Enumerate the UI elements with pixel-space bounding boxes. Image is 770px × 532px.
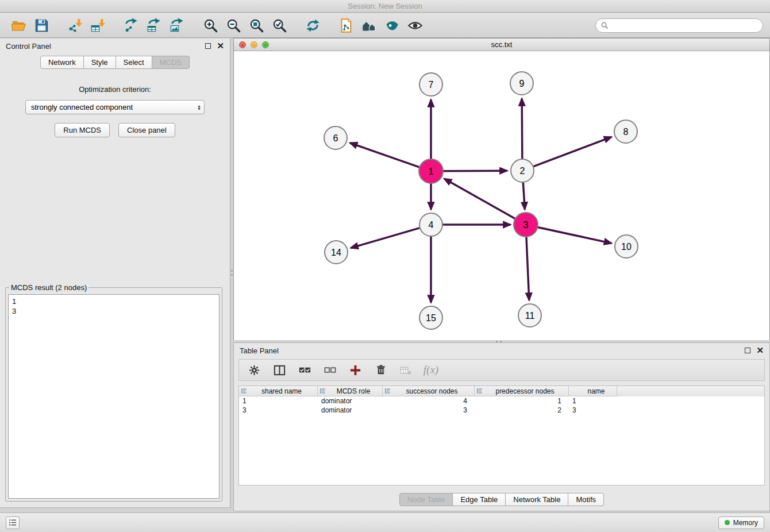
mcds-result-box[interactable]: 13 [8, 294, 220, 499]
open-session-icon[interactable] [7, 16, 30, 35]
save-session-icon[interactable] [30, 16, 53, 35]
tab-network[interactable]: Network [40, 56, 84, 69]
close-window-icon[interactable]: × [239, 41, 246, 48]
zoom-selected-icon[interactable] [268, 16, 291, 35]
graph-node-4[interactable]: 4 [419, 213, 442, 236]
table-header: shared name MCDS role successor nodes pr… [239, 386, 764, 396]
table-cell[interactable]: dominator [318, 406, 383, 415]
table-cell[interactable]: 1 [569, 396, 617, 406]
table-cell[interactable]: dominator [318, 396, 383, 406]
table-row[interactable]: 3dominator323 [239, 406, 764, 415]
table-cell[interactable]: 1 [475, 396, 569, 406]
graph-edge-2-8[interactable] [534, 137, 612, 166]
search-box[interactable] [595, 18, 763, 33]
graph-node-2[interactable]: 2 [511, 159, 534, 182]
table-cell[interactable]: 3 [383, 406, 475, 415]
mcds-result-line: 1 [12, 296, 215, 306]
svg-text:3: 3 [523, 220, 529, 230]
table-row[interactable]: 1dominator411 [239, 396, 764, 406]
graph-edge-3-10[interactable] [538, 227, 612, 243]
table-cell[interactable]: 2 [475, 406, 569, 415]
control-panel-tabs: Network Style Select MCDS [0, 56, 230, 69]
column-layout-icon[interactable] [272, 363, 286, 377]
column-header-successor-nodes[interactable]: successor nodes [383, 386, 475, 396]
export-network-icon[interactable] [120, 16, 143, 35]
zoom-window-icon[interactable]: + [262, 41, 269, 48]
graph-edge-2-3[interactable] [523, 183, 525, 210]
graph-node-11[interactable]: 11 [518, 304, 541, 327]
sort-icon [319, 388, 326, 394]
graph-node-1[interactable]: 1 [419, 159, 443, 183]
mcds-result-line: 3 [12, 306, 215, 316]
tab-motifs[interactable]: Motifs [568, 493, 604, 506]
delete-column-icon[interactable] [374, 363, 387, 377]
tab-mcds[interactable]: MCDS [152, 56, 190, 69]
float-panel-icon[interactable] [205, 43, 211, 49]
tab-style[interactable]: Style [84, 56, 116, 69]
close-table-panel-icon[interactable]: ✕ [756, 348, 764, 353]
close-panel-button[interactable]: Close panel [118, 123, 175, 137]
svg-text:1: 1 [429, 167, 434, 176]
tab-select[interactable]: Select [116, 56, 152, 69]
column-header-predecessor-nodes[interactable]: predecessor nodes [475, 386, 569, 396]
table-body: 1dominator4113dominator323 [239, 396, 764, 415]
table-cell[interactable]: 3 [239, 406, 318, 415]
table-cell[interactable]: 1 [239, 396, 318, 406]
vertical-splitter[interactable] [230, 265, 234, 280]
apply-layout-icon[interactable] [301, 16, 324, 35]
search-input[interactable] [611, 21, 757, 30]
graph-edge-4-14[interactable] [351, 228, 419, 248]
task-list-icon[interactable] [6, 516, 20, 529]
first-neighbors-icon[interactable] [334, 16, 357, 35]
tab-node-table[interactable]: Node Table [399, 493, 453, 506]
sort-icon [384, 388, 391, 394]
zoom-out-icon[interactable] [222, 16, 245, 35]
deselect-all-icon[interactable] [323, 363, 337, 377]
memory-button[interactable]: Memory [718, 516, 764, 529]
annotations-icon[interactable] [380, 16, 403, 35]
graph-node-10[interactable]: 10 [615, 235, 638, 258]
export-image-icon[interactable] [165, 16, 188, 35]
graph-node-9[interactable]: 9 [510, 72, 533, 95]
graph-edge-3-11[interactable] [526, 237, 529, 300]
criterion-select[interactable]: strongly connected component ▲▼ [25, 100, 205, 114]
birds-eye-view-icon[interactable] [403, 16, 426, 35]
window-title: Session: New Session [348, 2, 422, 10]
column-header-name[interactable]: name [569, 386, 617, 396]
add-column-icon[interactable] [348, 363, 362, 377]
tab-network-table[interactable]: Network Table [506, 493, 568, 506]
import-table-icon[interactable] [86, 16, 109, 35]
graph-node-15[interactable]: 15 [419, 306, 442, 329]
import-network-icon[interactable] [63, 16, 86, 35]
column-header-mcds-role[interactable]: MCDS role [318, 386, 383, 396]
graph-edge-3-1[interactable] [444, 179, 515, 219]
minimize-window-icon[interactable]: − [251, 41, 257, 48]
export-table-icon[interactable] [143, 16, 165, 35]
graph-node-3[interactable]: 3 [514, 213, 538, 237]
table-cell[interactable]: 3 [569, 406, 617, 415]
table-panel-header: Table Panel ✕ [234, 343, 769, 358]
delete-table-icon[interactable] [399, 363, 413, 377]
table-panel-title: Table Panel [240, 346, 279, 355]
column-header-shared-name[interactable]: shared name [239, 386, 318, 396]
float-table-panel-icon[interactable] [745, 348, 750, 353]
zoom-fit-icon[interactable] [245, 16, 268, 35]
graph-node-7[interactable]: 7 [419, 73, 442, 96]
function-builder-icon[interactable]: f(x) [424, 363, 438, 377]
network-window-titlebar[interactable]: × − + scc.txt [234, 38, 769, 51]
table-settings-gear-icon[interactable] [247, 363, 261, 377]
graph-edge-1-2[interactable] [443, 171, 507, 171]
table-cell[interactable]: 4 [383, 396, 475, 406]
graph-node-6[interactable]: 6 [324, 126, 347, 149]
graphics-details-icon[interactable] [357, 16, 380, 35]
run-mcds-button[interactable]: Run MCDS [55, 123, 110, 137]
graph-edge-2-9[interactable] [522, 98, 522, 159]
graph-node-14[interactable]: 14 [325, 241, 348, 264]
graph-edge-1-6[interactable] [350, 143, 419, 167]
graph-node-8[interactable]: 8 [614, 120, 637, 143]
tab-edge-table[interactable]: Edge Table [453, 493, 506, 506]
network-canvas[interactable]: 7968124314101511 [234, 51, 769, 340]
select-all-icon[interactable] [298, 363, 311, 377]
close-panel-icon[interactable]: ✕ [217, 43, 224, 49]
zoom-in-icon[interactable] [199, 16, 222, 35]
